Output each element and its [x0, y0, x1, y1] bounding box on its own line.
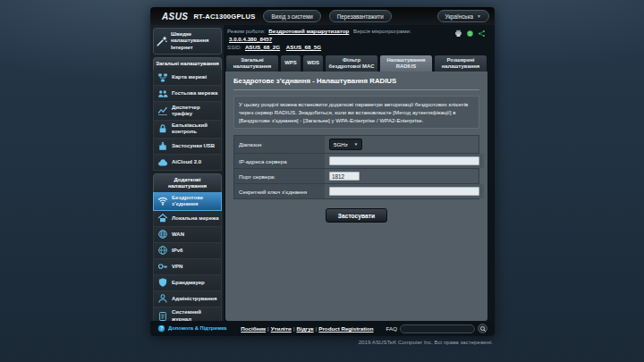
vpn-icon [157, 261, 168, 272]
form-row-server-ip: IP-адреса сервера [234, 154, 479, 169]
sidebar-item-lan[interactable]: Локальна мережа [153, 211, 222, 227]
ssid-2g-link[interactable]: ASUS_68_2G [245, 44, 280, 50]
server-ip-input[interactable] [329, 156, 479, 165]
server-port-input[interactable] [329, 172, 360, 181]
server-ip-label: IP-адреса сервера [234, 154, 325, 168]
status-lines: Режим роботи: Бездротовий маршрутизатор … [227, 28, 454, 52]
help-support-label: Допомога & Підтримка [168, 325, 226, 332]
sidebar-nav: Загальні налаштуванняКарта мережіГостьов… [153, 57, 222, 321]
sidebar-item-usb-apps[interactable]: Застосунки USB [153, 139, 222, 155]
asus-logo: ASUS [162, 12, 188, 21]
printer-icon[interactable] [454, 29, 462, 38]
sidebar-item-label: Адміністрування [172, 296, 216, 302]
sidebar-item-firewall[interactable]: Брандмауер [153, 275, 222, 291]
secret-key-label: Секретний ключ з’єднання [234, 184, 325, 198]
page-title: Бездротове з’єднання - Налаштування RADI… [233, 77, 479, 90]
aicloud-icon [157, 157, 168, 168]
sidebar-item-aicloud[interactable]: AiCloud 2.0 [153, 155, 222, 171]
window-body: Швидке налаштування Інтернет Загальні на… [150, 25, 495, 321]
system-log-icon [157, 311, 168, 322]
help-support-link[interactable]: ? Допомога & Підтримка [157, 324, 226, 333]
sidebar-item-label: Застосунки USB [172, 143, 215, 149]
chevron-down-icon: ▼ [477, 13, 481, 19]
quick-setup-button[interactable]: Швидке налаштування Інтернет [153, 28, 222, 55]
content-panel: Бездротове з’єднання - Налаштування RADI… [225, 72, 487, 321]
svg-text:?: ? [160, 325, 163, 331]
sidebar-item-label: Брандмауер [172, 280, 205, 286]
link-separator: | [316, 325, 318, 332]
sidebar-item-network-map[interactable]: Карта мережі [153, 70, 222, 86]
ssid-label: SSID: [227, 44, 242, 50]
sidebar-item-system-log[interactable]: Системний журнал [153, 307, 222, 321]
network-map-icon [157, 72, 168, 83]
sidebar-item-label: Бездротове з’єднання [172, 195, 219, 207]
refresh-globe-icon[interactable] [466, 29, 474, 38]
sidebar-item-traffic-manager[interactable]: Диспетчер трафіку [153, 102, 222, 120]
link-separator: | [293, 325, 295, 332]
tab-radius[interactable]: Налаштування RADIUS [379, 55, 433, 72]
top-bar: ASUS RT-AC1300GPLUS Вихід з системи Пере… [150, 7, 495, 25]
sidebar-item-vpn[interactable]: VPN [153, 259, 222, 275]
ipv6-icon [157, 245, 168, 256]
secret-key-input[interactable] [329, 187, 479, 196]
band-selected-value: 5GHz [334, 141, 348, 147]
question-circle-icon: ? [157, 324, 165, 333]
tab-wds[interactable]: WDS [302, 55, 324, 72]
tab-mac-filter[interactable]: Фільтр бездротової MAC [325, 55, 378, 72]
router-model: RT-AC1300GPLUS [193, 13, 255, 21]
sidebar-section-title-1: Додаткові налаштування [153, 173, 222, 192]
tab-general[interactable]: Загальні налаштування [225, 55, 279, 72]
firmware-value-link[interactable]: 3.0.0.4.380_8457 [229, 36, 272, 42]
mode-value-link[interactable]: Бездротовий маршрутизатор [268, 28, 349, 34]
ssid-5g-link[interactable]: ASUS_68_5G [286, 44, 321, 50]
sidebar-item-label: Диспетчер трафіку [172, 105, 219, 117]
copyright-text: 2019 ASUSTeK Computer Inc. Всі права зас… [150, 339, 493, 345]
footer-link-feedback[interactable]: Відгук [296, 325, 313, 332]
sidebar-item-ipv6[interactable]: IPv6 [153, 243, 222, 259]
sidebar-item-wireless[interactable]: Бездротове з’єднання [153, 192, 222, 210]
band-select[interactable]: 5GHz ▼ [329, 139, 362, 150]
reboot-button[interactable]: Перезавантажити [329, 10, 392, 22]
lan-icon [157, 213, 168, 223]
faq-search-input[interactable] [400, 324, 475, 333]
usb-apps-icon [157, 141, 168, 152]
language-label: Українська [445, 13, 474, 20]
share-icon[interactable] [478, 29, 486, 38]
language-select[interactable]: Українська ▼ [437, 10, 489, 22]
firewall-icon [157, 277, 168, 288]
footer-link-utility[interactable]: Утиліти [271, 325, 292, 332]
wireless-icon [157, 196, 168, 206]
chevron-down-icon: ▼ [354, 142, 358, 147]
form-row-server-port: Порт сервера: [234, 169, 479, 184]
guest-network-icon [157, 88, 168, 99]
footer-link-product-registration[interactable]: Product Registration [318, 325, 373, 332]
sidebar-item-parental-control[interactable]: Батьківський контроль [153, 121, 222, 139]
wan-icon [157, 229, 168, 240]
search-button[interactable] [478, 324, 487, 333]
search-icon [479, 325, 487, 333]
sidebar-item-label: Локальна мережа [172, 215, 219, 222]
status-line-ssid: SSID: ASUS_68_2G ASUS_68_5G [227, 44, 454, 52]
parental-control-icon [157, 123, 168, 134]
sidebar-item-label: Карта мережі [172, 74, 207, 80]
sidebar-item-label: Батьківський контроль [172, 122, 219, 135]
sidebar-item-administration[interactable]: Адміністрування [153, 291, 222, 307]
tab-wps[interactable]: WPS [280, 55, 301, 72]
sidebar-item-label: Гостьова мережа [172, 90, 217, 97]
sidebar-item-guest-network[interactable]: Гостьова мережа [153, 86, 222, 102]
footer-link-manual[interactable]: Посібник [241, 325, 266, 332]
sidebar-item-wan[interactable]: WAN [153, 227, 222, 243]
status-line-mode: Режим роботи: Бездротовий маршрутизатор … [227, 28, 454, 44]
tab-bar: Загальні налаштуванняWPSWDSФільтр бездро… [225, 55, 487, 72]
apply-button[interactable]: Застосувати [326, 208, 387, 223]
logout-button[interactable]: Вихід з системи [263, 10, 320, 22]
status-icons [454, 28, 486, 52]
tab-advanced[interactable]: Розширені налаштування [434, 55, 487, 72]
sidebar-item-label: AiCloud 2.0 [172, 159, 201, 165]
radius-form: Діапазон 5GHz ▼ IP-адреса сервера [233, 135, 479, 199]
status-bar: Режим роботи: Бездротовий маршрутизатор … [225, 25, 487, 52]
mode-label: Режим роботи: [227, 28, 266, 34]
page-description: У цьому розділі можна встановити додатко… [233, 96, 479, 130]
firmware-label: Версія мікропрограми: [353, 28, 411, 34]
footer-links: Посібник|Утиліти|Відгук|Product Registra… [241, 325, 373, 332]
